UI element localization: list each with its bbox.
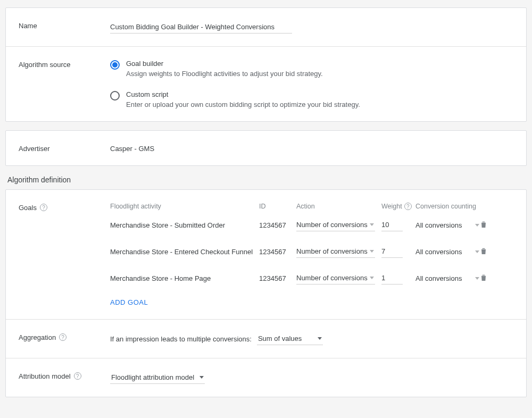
activity-cell: Merchandise Store - Submitted Order: [110, 221, 259, 229]
activity-cell: Merchandise Store - Home Page: [110, 274, 259, 282]
weight-input[interactable]: [381, 245, 403, 258]
radio-custom-script-title: Custom script: [126, 90, 360, 98]
goals-header: Floodlight activity ID Action Weight ? C…: [110, 203, 513, 210]
col-weight: Weight ?: [381, 203, 415, 210]
goals-section: Goals ? Floodlight activity ID Action We…: [6, 190, 526, 320]
trash-icon[interactable]: [479, 220, 488, 229]
col-id: ID: [259, 203, 296, 210]
aggregation-value: Sum of values: [258, 335, 302, 342]
chevron-down-icon: [370, 223, 374, 226]
col-conversion-counting: Conversion counting: [415, 203, 479, 210]
radio-custom-script-desc: Enter or upload your own custom bidding …: [126, 101, 360, 108]
aggregation-label-text: Aggregation: [19, 333, 56, 341]
chevron-down-icon: [475, 224, 479, 227]
action-dropdown[interactable]: Number of conversions: [296, 219, 375, 231]
algorithm-source-label: Algorithm source: [19, 60, 110, 108]
id-cell: 1234567: [259, 274, 296, 282]
counting-value: All conversions: [415, 248, 462, 256]
action-dropdown[interactable]: Number of conversions: [296, 245, 375, 258]
attribution-dropdown[interactable]: Floodlight attribution model: [110, 371, 205, 384]
radio-icon: [110, 60, 120, 70]
col-floodlight: Floodlight activity: [110, 203, 259, 210]
attribution-label-text: Attribution model: [19, 372, 71, 380]
goals-label-text: Goals: [19, 204, 37, 212]
radio-icon: [110, 91, 120, 101]
weight-input[interactable]: [381, 272, 403, 285]
settings-card: Name Algorithm source Goal builder Assig…: [5, 7, 527, 122]
name-label: Name: [19, 21, 110, 34]
chevron-down-icon: [200, 376, 204, 379]
attribution-section: Attribution model ? Floodlight attributi…: [6, 358, 526, 397]
advertiser-section: Advertiser Casper - GMS: [6, 131, 526, 165]
goals-row: Merchandise Store - Home Page 1234567 Nu…: [110, 272, 513, 285]
chevron-down-icon: [370, 250, 374, 253]
counting-dropdown[interactable]: All conversions: [415, 221, 479, 229]
trash-icon[interactable]: [479, 246, 488, 256]
weight-input[interactable]: [381, 219, 403, 231]
activity-cell: Merchandise Store - Entered Checkout Fun…: [110, 248, 259, 256]
aggregation-dropdown[interactable]: Sum of values: [257, 332, 323, 345]
col-action: Action: [296, 203, 381, 210]
id-cell: 1234567: [259, 221, 296, 229]
counting-dropdown[interactable]: All conversions: [415, 274, 479, 282]
name-section: Name: [6, 8, 526, 47]
goals-row: Merchandise Store - Submitted Order 1234…: [110, 219, 513, 231]
goals-row: Merchandise Store - Entered Checkout Fun…: [110, 245, 513, 258]
counting-value: All conversions: [415, 274, 462, 282]
help-icon[interactable]: ?: [40, 204, 47, 211]
radio-goal-builder[interactable]: Goal builder Assign weights to Floodligh…: [110, 60, 513, 78]
counting-value: All conversions: [415, 221, 462, 229]
action-value: Number of conversions: [296, 221, 368, 229]
goals-label: Goals ?: [19, 203, 110, 306]
action-value: Number of conversions: [296, 274, 368, 282]
add-goal-button[interactable]: ADD GOAL: [110, 298, 513, 306]
advertiser-card: Advertiser Casper - GMS: [5, 130, 527, 166]
action-dropdown[interactable]: Number of conversions: [296, 272, 375, 285]
radio-custom-script[interactable]: Custom script Enter or upload your own c…: [110, 90, 513, 108]
trash-icon[interactable]: [479, 273, 488, 282]
name-input[interactable]: [110, 21, 292, 34]
attribution-value: Floodlight attribution model: [111, 373, 194, 381]
counting-dropdown[interactable]: All conversions: [415, 248, 479, 256]
chevron-down-icon: [475, 277, 479, 280]
algorithm-source-section: Algorithm source Goal builder Assign wei…: [6, 47, 526, 121]
id-cell: 1234567: [259, 248, 296, 256]
chevron-down-icon: [318, 337, 322, 340]
advertiser-label: Advertiser: [19, 144, 110, 153]
chevron-down-icon: [370, 277, 374, 279]
help-icon[interactable]: ?: [74, 372, 81, 380]
definition-card: Goals ? Floodlight activity ID Action We…: [5, 189, 527, 397]
help-icon[interactable]: ?: [59, 333, 66, 341]
radio-goal-builder-desc: Assign weights to Floodlight activities …: [126, 70, 323, 78]
aggregation-section: Aggregation ? If an impression leads to …: [6, 320, 526, 358]
col-weight-text: Weight: [381, 203, 402, 210]
radio-goal-builder-title: Goal builder: [126, 60, 323, 68]
advertiser-value: Casper - GMS: [110, 144, 513, 153]
aggregation-label: Aggregation ?: [19, 332, 110, 345]
action-value: Number of conversions: [296, 247, 368, 255]
algorithm-definition-heading: Algorithm definition: [7, 175, 527, 184]
attribution-label: Attribution model ?: [19, 371, 110, 384]
chevron-down-icon: [475, 250, 479, 253]
aggregation-text: If an impression leads to multiple conve…: [110, 335, 252, 343]
help-icon[interactable]: ?: [404, 203, 412, 210]
